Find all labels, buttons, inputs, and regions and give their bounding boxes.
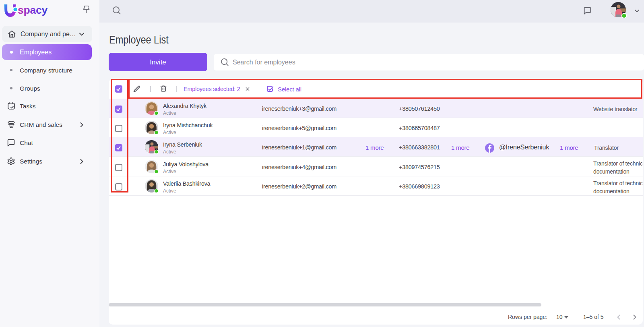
svg-text:spacy: spacy: [18, 4, 48, 16]
